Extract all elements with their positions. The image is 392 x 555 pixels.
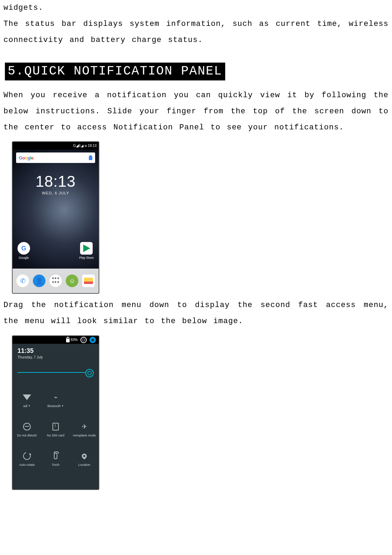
app-drawer-button[interactable] (49, 274, 62, 287)
battery-icon (66, 337, 70, 342)
rotate-icon (22, 450, 32, 461)
tile-aeroplane-mode[interactable]: ✈ Aeroplane mode (70, 415, 99, 444)
brightness-slider[interactable] (17, 369, 94, 376)
play-store-icon (80, 242, 93, 255)
app-play-store[interactable]: Play Store (79, 242, 94, 259)
settings-icon[interactable] (80, 337, 87, 343)
torch-icon (54, 453, 57, 459)
tile-location[interactable]: Location (70, 444, 99, 474)
brightness-thumb-icon[interactable] (85, 369, 94, 377)
section-heading-quick-notification-panel: 5.QUICK NOTIFICATION PANEL (5, 63, 225, 80)
chevron-down-icon: ▼ (28, 405, 31, 407)
dock: ✆ 👤 ☺ (13, 269, 99, 293)
tile-no-sim[interactable]: No SIM card (41, 415, 70, 444)
qs-date: Thursday, 7 July (17, 355, 94, 359)
clock-widget[interactable]: 18:13 WED, 6 JULY (13, 173, 99, 195)
status-indicators: G◢E◢ ⧈ 18:13 (73, 144, 97, 148)
location-icon (81, 453, 88, 460)
airplane-icon: ✈ (80, 422, 88, 431)
tile-bluetooth[interactable]: ⌁ Bluetooth▼ (41, 386, 70, 415)
tile-wifi[interactable]: adl▼ (13, 386, 41, 415)
para-second-fast-access: Drag the notification menu down to displ… (3, 297, 389, 329)
tile-auto-rotate[interactable]: Auto-rotate (13, 444, 41, 474)
mail-icon[interactable] (82, 275, 95, 287)
app-label: Play Store (79, 256, 94, 259)
screenshot-home-screen: G◢E◢ ⧈ 18:13 Google 18:13 WED, 6 JULY G … (12, 141, 99, 294)
tile-empty (70, 386, 99, 415)
google-folder-icon: G (17, 242, 30, 255)
sim-icon (52, 423, 59, 431)
bluetooth-icon: ⌁ (51, 393, 60, 401)
battery-percent: 83% (71, 338, 78, 342)
app-google[interactable]: G Google (17, 242, 30, 259)
status-bar: . 83% (13, 336, 99, 344)
status-bar: G◢E◢ ⧈ 18:13 (13, 142, 99, 150)
clock-date: WED, 6 JULY (13, 191, 99, 195)
messages-icon[interactable]: ☺ (66, 275, 78, 287)
intro-line-widgets: widgets. (3, 0, 389, 16)
tile-do-not-disturb[interactable]: Do not disturb (13, 415, 41, 444)
datetime-block: 11:35 Thursday, 7 July (13, 344, 99, 361)
intro-status-bar-text: The status bar displays system informati… (3, 16, 389, 48)
wifi-icon (23, 394, 31, 400)
google-search-widget[interactable]: Google (16, 152, 95, 163)
phone-icon[interactable]: ✆ (16, 275, 29, 287)
screenshot-quick-settings: . 83% 11:35 Thursday, 7 July adl▼ (12, 335, 99, 490)
dnd-icon (23, 423, 31, 431)
tile-torch[interactable]: Torch (41, 444, 70, 474)
contacts-icon[interactable]: 👤 (33, 275, 45, 287)
para-notification-instructions: When you receive a notification you can … (3, 87, 389, 136)
mic-icon[interactable] (89, 155, 92, 160)
quick-settings-grid: adl▼ ⌁ Bluetooth▼ Do not disturb No SIM … (13, 386, 99, 474)
clock-time: 18:13 (13, 173, 99, 190)
app-label: Google (19, 256, 29, 259)
profile-avatar-icon[interactable] (90, 337, 96, 343)
qs-time: 11:35 (17, 347, 94, 355)
chevron-down-icon: ▼ (62, 405, 64, 407)
battery-indicator: 83% (66, 337, 78, 342)
google-logo: Google (19, 155, 34, 161)
